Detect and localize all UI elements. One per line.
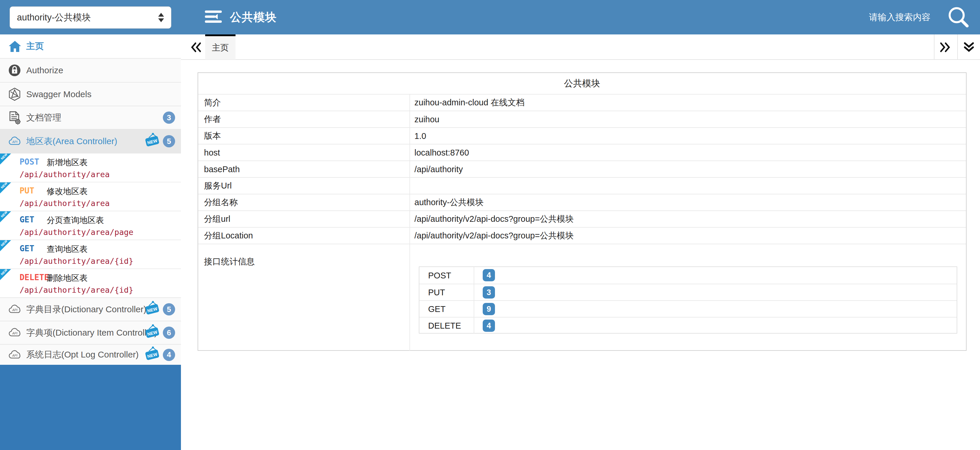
count-badge: 5 — [163, 303, 175, 315]
row-label: host — [204, 148, 220, 157]
http-method: POST — [19, 157, 39, 167]
stats-method: GET — [428, 304, 445, 314]
hexagon-model-icon — [8, 87, 21, 101]
sidebar-item-dictionary-item-controller[interactable]: API 字典项(Dictionary Item Controller) NEW … — [0, 321, 181, 344]
stats-count-badge: 4 — [483, 320, 495, 332]
stats-count-badge: 4 — [483, 269, 495, 281]
api-group-select[interactable]: authority-公共模块 — [10, 6, 171, 29]
table-row: 简介 zuihou-admin-cloud 在线文档 — [198, 94, 966, 111]
count-badge: 4 — [163, 349, 175, 361]
row-label: 服务Url — [204, 180, 232, 192]
stats-row: GET 9 — [419, 300, 957, 317]
sidebar-footer-fill — [0, 365, 181, 450]
home-icon — [8, 40, 22, 52]
search-icon[interactable] — [945, 5, 972, 32]
stats-method: PUT — [428, 288, 445, 297]
row-label: 分组url — [204, 213, 230, 225]
top-header: authority-公共模块 公共模块 — [0, 0, 980, 35]
sidebar-item-opt-log-controller[interactable]: API 系统日志(Opt Log Controller) NEW 4 — [0, 344, 181, 365]
table-row: 分组url /api/authority/v2/api-docs?group=公… — [198, 210, 966, 227]
table-row: 分组名称 authority-公共模块 — [198, 194, 966, 210]
page-title: 公共模块 — [230, 10, 277, 25]
app-window: authority-公共模块 公共模块 — [0, 0, 980, 450]
sidebar-item-doc-manage[interactable]: 文档管理 3 — [0, 106, 181, 129]
table-row: 版本 1.0 — [198, 127, 966, 144]
search-input[interactable] — [808, 12, 931, 22]
header-title-group: 公共模块 — [204, 0, 277, 35]
stats-row: PUT 3 — [419, 284, 957, 300]
row-label: 版本 — [204, 130, 221, 142]
sidebar-item-home[interactable]: 主页 — [0, 35, 181, 58]
svg-text:API: API — [12, 308, 18, 312]
endpoint-title: 分页查询地区表 — [47, 215, 104, 226]
sidebar-item-label: 系统日志(Opt Log Controller) — [26, 349, 138, 361]
table-row: basePath /api/authority — [198, 161, 966, 177]
endpoint-put-area[interactable]: NEW PUT 修改地区表 /api/authority/area — [0, 182, 181, 211]
search-box — [808, 0, 931, 35]
main-content: 主页 公共模块 简介 zuihou-admin-cloud 在线文档 — [181, 35, 980, 450]
sidebar-item-label: 字典项(Dictionary Item Controller) — [26, 327, 157, 339]
sidebar-item-label: 主页 — [26, 40, 44, 52]
tabs-collapse-icon[interactable] — [963, 41, 975, 55]
endpoint-title: 查询地区表 — [47, 244, 88, 255]
row-value: authority-公共模块 — [414, 197, 484, 208]
sidebar-item-authorize[interactable]: Authorize — [0, 58, 181, 82]
svg-text:API: API — [12, 332, 18, 335]
row-label: 简介 — [204, 97, 221, 108]
http-method: GET — [19, 244, 35, 253]
tab-bar: 主页 — [181, 35, 980, 60]
tabs-scroll-left-icon[interactable] — [190, 41, 202, 55]
tab-home[interactable]: 主页 — [205, 35, 235, 60]
row-label: basePath — [204, 164, 240, 174]
document-gear-icon — [8, 111, 22, 125]
stats-column-divider — [474, 301, 474, 317]
row-value: /api/authority/v2/api-docs?group=公共模块 — [414, 213, 574, 225]
endpoint-title: 修改地区表 — [47, 186, 88, 197]
stats-column-divider — [474, 284, 474, 300]
endpoint-path: /api/authority/area/{id} — [19, 256, 134, 266]
sidebar-item-label: 地区表(Area Controller) — [26, 135, 117, 147]
count-badge: 3 — [163, 111, 175, 124]
cloud-api-icon: API — [8, 136, 23, 147]
endpoint-get-area-id[interactable]: NEW GET 查询地区表 /api/authority/area/{id} — [0, 240, 181, 269]
stats-method: DELETE — [428, 321, 461, 330]
module-info-table: 公共模块 简介 zuihou-admin-cloud 在线文档 作者 zuiho… — [197, 72, 967, 351]
table-row: host localhost:8760 — [198, 144, 966, 161]
table-row: 作者 zuihou — [198, 111, 966, 127]
endpoint-path: /api/authority/area/{id} — [19, 285, 134, 294]
module-title: 公共模块 — [198, 73, 966, 94]
endpoint-title: 删除地区表 — [47, 273, 88, 284]
row-label: 分组Location — [204, 230, 253, 242]
row-label: 接口统计信息 — [204, 256, 255, 268]
swap-lines-icon — [204, 9, 223, 26]
tabbar-divider — [934, 35, 934, 60]
stats-count-badge: 9 — [483, 303, 495, 315]
stats-column-divider — [474, 267, 474, 284]
row-value: 1.0 — [414, 131, 426, 141]
endpoint-delete-area[interactable]: NEW DELETE 删除地区表 /api/authority/area/{id… — [0, 269, 181, 297]
sidebar-item-label: 字典目录(Dictionary Controller) — [26, 304, 146, 315]
sidebar-item-dictionary-controller[interactable]: API 字典目录(Dictionary Controller) NEW 5 — [0, 297, 181, 321]
endpoint-post-area[interactable]: NEW POST 新增地区表 /api/authority/area — [0, 153, 181, 182]
tabbar-divider — [957, 35, 958, 60]
count-badge: 5 — [163, 135, 175, 147]
svg-text:API: API — [12, 354, 18, 357]
new-ribbon-icon: NEW — [144, 346, 161, 362]
table-row: 服务Url — [198, 177, 966, 194]
stats-column-divider — [474, 318, 474, 334]
cloud-api-icon: API — [8, 327, 23, 338]
stats-row: DELETE 4 — [419, 317, 957, 334]
row-value: /api/authority — [414, 164, 463, 174]
tabs-scroll-right-icon[interactable] — [939, 41, 951, 55]
svg-text:API: API — [12, 140, 18, 143]
sidebar-item-area-controller[interactable]: API 地区表(Area Controller) NEW 5 — [0, 129, 181, 153]
http-method: GET — [19, 215, 35, 224]
row-value: zuihou-admin-cloud 在线文档 — [414, 97, 525, 108]
endpoint-get-area-page[interactable]: NEW GET 分页查询地区表 /api/authority/area/page — [0, 211, 181, 240]
sidebar-item-swagger-models[interactable]: Swagger Models — [0, 82, 181, 106]
sidebar-item-label: Authorize — [26, 65, 63, 75]
http-method: DELETE — [19, 273, 49, 282]
cloud-api-icon: API — [8, 304, 23, 315]
stats-method: POST — [428, 270, 451, 280]
row-label: 分组名称 — [204, 197, 238, 208]
